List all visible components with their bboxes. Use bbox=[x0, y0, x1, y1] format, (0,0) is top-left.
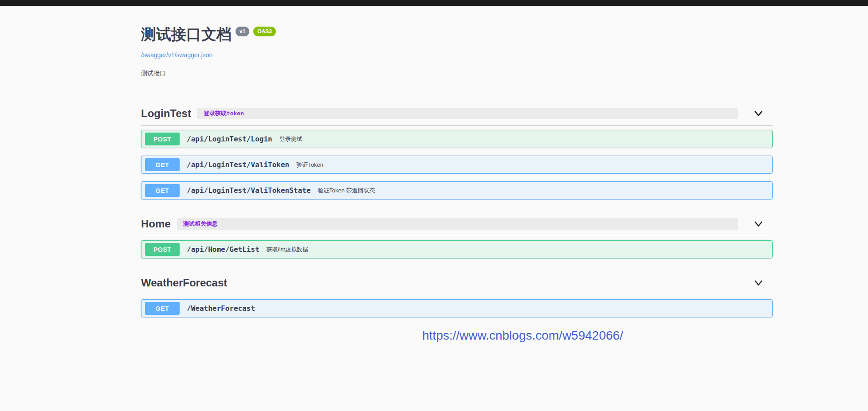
chevron-down-icon bbox=[754, 221, 763, 227]
method-badge: POST bbox=[145, 133, 180, 145]
section-title[interactable]: LoginTest bbox=[141, 107, 191, 120]
section-logintest: LoginTest 登录获取token POST /api/LoginTest/… bbox=[141, 107, 773, 200]
api-info: 测试接口文档 v1 OAS3 /swagger/v1/swagger.json … bbox=[141, 6, 773, 78]
operation-summary: 验证Token 带返回状态 bbox=[318, 187, 375, 195]
spec-link[interactable]: /swagger/v1/swagger.json bbox=[141, 51, 212, 59]
section-description: 测试相关信息 bbox=[177, 218, 738, 230]
operation-path: /api/LoginTest/ValiTokenState bbox=[187, 186, 310, 195]
operation-path: /api/Home/GetList bbox=[187, 245, 259, 254]
section-weatherforecast: WeatherForecast GET /WeatherForecast bbox=[141, 276, 773, 317]
main-content: 测试接口文档 v1 OAS3 /swagger/v1/swagger.json … bbox=[141, 6, 773, 343]
operation-summary: 获取list虚拟数据 bbox=[267, 246, 308, 254]
method-badge: GET bbox=[145, 158, 180, 171]
oas3-badge: OAS3 bbox=[253, 27, 276, 36]
operation-path: /api/LoginTest/ValiToken bbox=[187, 160, 289, 169]
method-badge: GET bbox=[145, 302, 180, 315]
operation-summary: 验证Token bbox=[296, 161, 323, 169]
section-description: 登录获取token bbox=[197, 108, 738, 119]
expand-button[interactable] bbox=[744, 107, 773, 120]
version-badge: v1 bbox=[236, 27, 249, 36]
topbar bbox=[0, 0, 868, 6]
operation-row[interactable]: POST /api/Home/GetList 获取list虚拟数据 bbox=[141, 240, 773, 258]
section-description bbox=[233, 277, 738, 289]
section-home: Home 测试相关信息 POST /api/Home/GetList 获取lis… bbox=[141, 217, 773, 258]
chevron-down-icon bbox=[754, 110, 763, 117]
operation-path: /api/LoginTest/Login bbox=[187, 135, 272, 143]
api-description: 测试接口 bbox=[141, 70, 773, 78]
section-header-logintest[interactable]: LoginTest 登录获取token bbox=[141, 107, 773, 126]
method-badge: POST bbox=[145, 243, 180, 256]
operation-row[interactable]: GET /api/LoginTest/ValiTokenState 验证Toke… bbox=[141, 181, 773, 200]
operation-row[interactable]: GET /WeatherForecast bbox=[141, 299, 773, 317]
section-header-home[interactable]: Home 测试相关信息 bbox=[141, 217, 773, 236]
section-title[interactable]: WeatherForecast bbox=[141, 276, 227, 290]
api-title-text: 测试接口文档 bbox=[141, 26, 232, 43]
section-title[interactable]: Home bbox=[141, 217, 171, 231]
expand-button[interactable] bbox=[744, 217, 773, 231]
section-header-weatherforecast[interactable]: WeatherForecast bbox=[141, 276, 773, 295]
operation-summary: 登录测试 bbox=[279, 135, 302, 143]
operation-path: /WeatherForecast bbox=[187, 304, 255, 313]
page-title: 测试接口文档 v1 OAS3 bbox=[141, 26, 773, 43]
method-badge: GET bbox=[145, 184, 180, 197]
expand-button[interactable] bbox=[744, 276, 773, 290]
footer: https://www.cnblogs.com/w5942066/ bbox=[141, 329, 773, 343]
cnblogs-link[interactable]: https://www.cnblogs.com/w5942066/ bbox=[422, 329, 623, 342]
operation-row[interactable]: POST /api/LoginTest/Login 登录测试 bbox=[141, 130, 773, 148]
operation-row[interactable]: GET /api/LoginTest/ValiToken 验证Token bbox=[141, 156, 773, 174]
chevron-down-icon bbox=[754, 280, 763, 286]
